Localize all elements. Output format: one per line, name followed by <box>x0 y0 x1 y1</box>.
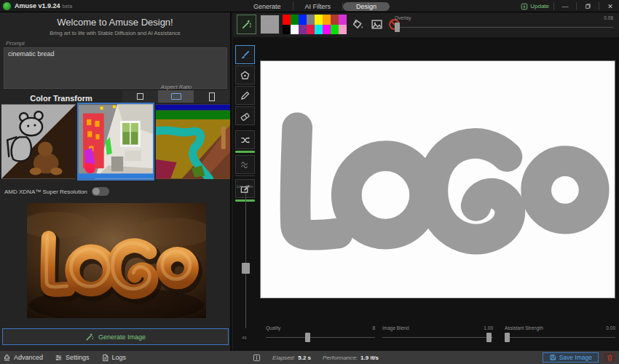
palette-swatch[interactable] <box>299 15 307 25</box>
app-title: Amuse v1.9.24beta <box>15 2 72 9</box>
paint-bucket-icon <box>352 18 364 31</box>
assistant-strength-slider[interactable]: Assistant Strength 0.00 <box>505 325 615 343</box>
magic-wand-icon <box>241 19 252 30</box>
aspect-landscape-button[interactable] <box>158 90 194 103</box>
palette-swatch[interactable] <box>323 25 331 35</box>
generate-image-button[interactable]: Generate Image <box>2 328 229 345</box>
advanced-button[interactable]: Advanced <box>3 354 43 362</box>
background-image-button[interactable] <box>368 16 385 32</box>
thumbnail-teddy-bear[interactable] <box>1 104 76 179</box>
slider-track <box>245 193 246 328</box>
shuffle-icon <box>240 135 251 146</box>
image-icon <box>371 18 383 31</box>
statusbar: Advanced Settings Logs Elapsed: 5.2 s Pe… <box>0 351 619 364</box>
info-button[interactable] <box>253 354 261 362</box>
thumbnail-interior[interactable] <box>79 104 153 179</box>
window-separator <box>553 2 554 10</box>
palette-swatch[interactable] <box>331 15 339 25</box>
prompt-label: Prompt <box>6 40 25 47</box>
square-aspect-icon <box>137 93 143 100</box>
palette-swatch[interactable] <box>331 25 339 35</box>
color-palette <box>283 15 347 34</box>
palette-swatch[interactable] <box>315 25 323 35</box>
prompt-input[interactable]: cinematic bread <box>4 47 227 89</box>
palette-swatch[interactable] <box>315 15 323 25</box>
polygon-tool-button[interactable] <box>235 66 255 84</box>
assistant-strength-handle[interactable] <box>505 333 510 342</box>
palette-swatch[interactable] <box>339 25 347 35</box>
overlay-slider-handle[interactable] <box>395 23 400 32</box>
palette-swatch[interactable] <box>291 25 299 35</box>
amuse-logo-icon <box>3 2 11 10</box>
logo-drawing <box>261 61 615 298</box>
palette-swatch[interactable] <box>307 25 315 35</box>
palette-swatch[interactable] <box>283 25 291 35</box>
overlay-slider-value: 0.08 <box>604 15 613 20</box>
super-resolution-toggle[interactable] <box>92 187 109 196</box>
left-panel: Welcome to Amuse Design! Bring art to li… <box>0 12 232 351</box>
scribble-toggle-button[interactable] <box>235 155 255 174</box>
tab-ai-filters[interactable]: AI Filters <box>293 2 343 11</box>
aspect-portrait-button[interactable] <box>194 90 229 103</box>
shuffle-toggle-button[interactable] <box>235 130 255 149</box>
palette-swatch[interactable] <box>299 25 307 35</box>
polygon-icon <box>240 70 251 81</box>
save-image-button[interactable]: Save Image <box>543 352 599 363</box>
update-button[interactable]: Update <box>521 3 549 10</box>
pen-tool-button[interactable] <box>235 86 255 105</box>
line-size-handle[interactable] <box>242 263 250 274</box>
generated-image-preview[interactable] <box>27 203 206 318</box>
eraser-tool-button[interactable] <box>235 106 255 125</box>
quality-handle[interactable] <box>305 333 310 342</box>
overlay-slider[interactable]: Overlay 0.08 <box>395 15 613 34</box>
assistant-strength-label: Assistant Strength <box>505 325 543 331</box>
aspect-square-button[interactable] <box>122 90 158 103</box>
brush-icon <box>240 50 251 60</box>
fill-bucket-button[interactable] <box>350 16 366 32</box>
image-blend-handle[interactable] <box>486 333 492 342</box>
overlay-slider-label: Overlay <box>395 15 411 20</box>
elapsed-metric: Elapsed: 5.2 s <box>272 355 311 361</box>
quality-value: 8 <box>372 325 375 331</box>
thumbnail-landscape[interactable] <box>156 104 230 179</box>
performance-value: 1.9 it/s <box>360 355 379 361</box>
image-blend-slider[interactable]: Image Blend 1.00 <box>382 325 493 343</box>
main-tabs: Generate AI Filters Design <box>242 0 390 12</box>
restore-button[interactable] <box>581 1 594 11</box>
drawing-canvas[interactable] <box>260 60 615 298</box>
super-resolution-label: AMD XDNA™ Super Resolution <box>4 189 87 195</box>
tab-design[interactable]: Design <box>343 2 390 11</box>
tool-strip <box>235 45 255 204</box>
settings-button[interactable]: Settings <box>55 354 90 362</box>
quality-slider[interactable]: Quality 8 <box>266 325 375 343</box>
beta-tag: beta <box>63 4 73 9</box>
amuse-app-window: Amuse v1.9.24beta Generate AI Filters De… <box>0 0 619 364</box>
advanced-icon <box>3 354 11 362</box>
super-resolution-row: AMD XDNA™ Super Resolution <box>4 187 109 196</box>
welcome-subtitle: Bring art to life with Stable Diffusion … <box>0 30 230 36</box>
palette-swatch[interactable] <box>339 15 347 25</box>
tab-generate[interactable]: Generate <box>242 2 293 11</box>
quality-label: Quality <box>266 325 280 331</box>
line-size-slider[interactable]: Line Size 49 <box>234 184 256 341</box>
slider-track <box>266 337 375 338</box>
portrait-aspect-icon <box>209 92 215 101</box>
palette-swatch[interactable] <box>323 15 331 25</box>
current-color-swatch[interactable] <box>260 15 280 34</box>
teddy-sketch-vs-photo-image <box>1 104 76 179</box>
palette-swatch[interactable] <box>283 15 291 25</box>
update-icon <box>521 3 528 10</box>
delete-image-button[interactable] <box>603 352 616 363</box>
ai-assist-button[interactable] <box>237 15 256 34</box>
close-button[interactable]: ✕ <box>604 1 617 11</box>
logs-button[interactable]: Logs <box>101 354 127 362</box>
landscape-aspect-icon <box>171 93 181 100</box>
palette-swatch[interactable] <box>291 15 299 25</box>
slider-track <box>382 337 493 338</box>
color-transform-label: Color Transform <box>0 94 122 103</box>
brush-tool-button[interactable] <box>235 45 255 64</box>
example-thumbnails <box>1 104 230 179</box>
titlebar-right: Update — ✕ <box>521 0 617 12</box>
palette-swatch[interactable] <box>307 15 315 25</box>
minimize-button[interactable]: — <box>559 1 572 11</box>
